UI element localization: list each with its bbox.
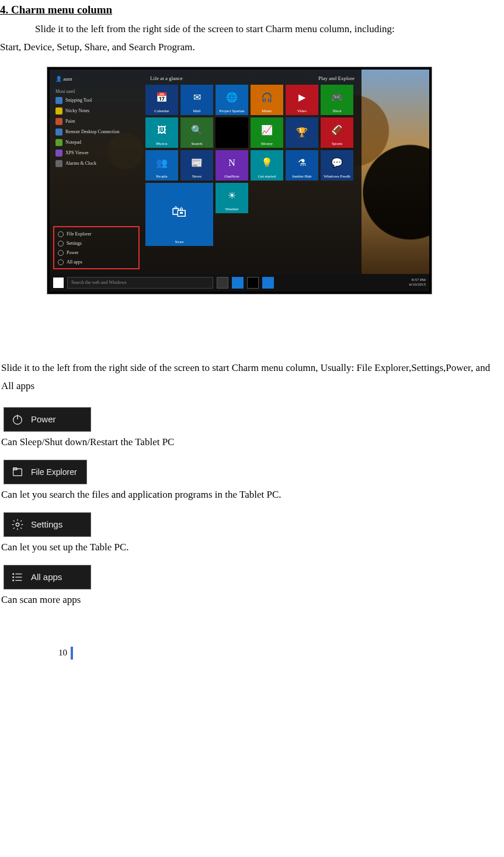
gear-icon <box>11 518 24 531</box>
left-item-label: Sticky Notes <box>65 108 89 113</box>
svg-point-4 <box>16 523 19 526</box>
taskbar-clock: 8:57 PM 6/10/2015 <box>409 278 426 287</box>
left-item-label: Snipping Tool <box>65 98 92 103</box>
tile-group-2: Play and Explore <box>318 75 354 81</box>
tile[interactable]: NOneNote <box>215 150 248 181</box>
tile[interactable]: 🎧Music <box>251 85 283 115</box>
tile-label: Video <box>297 109 307 113</box>
tile-label: Sports <box>332 141 342 146</box>
left-item[interactable]: Paint <box>53 116 140 127</box>
bottom-label: All apps <box>67 259 82 265</box>
tile[interactable]: 👥People <box>145 150 178 181</box>
tile-label: OneNote <box>224 174 239 179</box>
intro-line-2: Start, Device, Setup, Share, and Search … <box>0 39 504 56</box>
bottom-label: Settings <box>67 241 82 246</box>
tile-label: Music <box>262 109 272 113</box>
power-description: Can Sleep/Shut down/Restart the Tablet P… <box>0 434 504 448</box>
taskbar-search[interactable]: Search the web and Windows <box>67 277 213 289</box>
tile[interactable]: ✉Mail <box>180 85 213 115</box>
tile[interactable]: ▶Video <box>286 85 318 115</box>
start-file-explorer[interactable]: File Explorer <box>55 230 137 239</box>
all-apps-label: All apps <box>31 572 62 582</box>
taskbar-app-icon[interactable] <box>262 277 274 289</box>
all-apps-chip[interactable]: All apps <box>4 565 91 589</box>
left-item[interactable]: Alarms & Clock <box>53 158 140 169</box>
tile-label: Windows Feedb <box>324 174 350 179</box>
tile[interactable]: 📰News <box>180 150 213 181</box>
left-item-label: Paint <box>65 119 75 124</box>
start-settings[interactable]: Settings <box>55 239 137 248</box>
tile[interactable]: 🔍Search <box>180 117 213 148</box>
tile-label: Money <box>261 141 273 146</box>
all-apps-description: Can scan more apps <box>0 592 504 606</box>
tile-label: Xbox <box>332 109 342 113</box>
tile-label: Photos <box>156 141 167 146</box>
screenshot-figure: 👤 aum Most used Snipping Tool Sticky Not… <box>0 56 504 294</box>
page-footer: 10 <box>0 606 504 660</box>
left-item[interactable]: Sticky Notes <box>53 106 140 116</box>
task-view-icon[interactable] <box>217 277 228 289</box>
tile[interactable]: 📈Money <box>251 117 283 148</box>
start-menu-screenshot: 👤 aum Most used Snipping Tool Sticky Not… <box>47 67 432 294</box>
svg-point-9 <box>13 577 14 578</box>
bottom-label: Power <box>67 250 78 255</box>
tile-label: Search <box>191 141 202 146</box>
folder-icon <box>11 466 24 478</box>
tile[interactable]: 🖼Photos <box>145 117 178 148</box>
paragraph-usually: Slide it to the left from the right side… <box>0 359 504 395</box>
power-chip[interactable]: Power <box>4 407 91 432</box>
tile[interactable]: ⚗Insider Hub <box>286 150 318 181</box>
start-left-column: 👤 aum Most used Snipping Tool Sticky Not… <box>50 70 143 274</box>
taskbar: Search the web and Windows 8:57 PM 6/10/… <box>50 274 429 292</box>
tile[interactable]: ☀Weather <box>215 183 248 213</box>
left-item[interactable]: Snipping Tool <box>53 95 140 106</box>
section-heading: 4. Charm menu column <box>0 0 504 19</box>
left-item-label: Alarms & Clock <box>65 161 96 166</box>
footer-bar <box>71 647 73 660</box>
list-icon <box>11 571 24 584</box>
file-explorer-chip[interactable]: File Explorer <box>4 460 87 484</box>
start-user-name: aum <box>63 76 72 82</box>
page-number: 10 <box>58 648 67 658</box>
tile-label: People <box>156 174 167 179</box>
tile[interactable]: 💡Get started <box>251 150 283 181</box>
file-explorer-description: Can let you search the files and applica… <box>0 487 504 501</box>
left-item-label: Remote Desktop Connection <box>65 129 119 134</box>
file-explorer-label: File Explorer <box>31 467 77 477</box>
start-user: 👤 aum <box>53 74 140 85</box>
start-power[interactable]: Power <box>55 248 137 258</box>
taskbar-app-icon[interactable] <box>232 277 244 289</box>
left-item[interactable]: XPS Viewer <box>53 148 140 158</box>
tile[interactable]: 🌐Project Spartan <box>215 85 248 115</box>
left-item-label: XPS Viewer <box>65 150 89 155</box>
tile-label: Mail <box>193 109 200 113</box>
tile-label: Store <box>175 240 184 244</box>
start-panel: 👤 aum Most used Snipping Tool Sticky Not… <box>50 70 362 274</box>
tile[interactable]: 🛍Store <box>145 183 213 246</box>
left-item[interactable]: Remote Desktop Connection <box>53 127 140 137</box>
most-used-header: Most used <box>53 85 140 95</box>
tile[interactable]: 🏈Sports <box>321 117 353 148</box>
tile[interactable]: 📅Calendar <box>145 85 178 115</box>
start-tiles: Life at a glance Play and Explore 📅Calen… <box>143 70 362 274</box>
tile-label: News <box>192 174 201 179</box>
tile-label: Get started <box>258 174 276 179</box>
start-button[interactable] <box>53 277 64 288</box>
tile-label: Insider Hub <box>292 174 311 179</box>
tile[interactable]: 💬Windows Feedb <box>321 150 353 181</box>
tile[interactable]: 🎮Xbox <box>321 85 353 115</box>
svg-point-8 <box>13 573 14 574</box>
left-item[interactable]: Notepad <box>53 137 140 148</box>
settings-description: Can let you set up the Table PC. <box>0 539 504 553</box>
tile-label: Weather <box>225 207 238 211</box>
tile[interactable] <box>215 117 248 148</box>
settings-label: Settings <box>31 519 62 529</box>
settings-chip[interactable]: Settings <box>4 512 91 537</box>
left-item-label: Notepad <box>65 140 81 145</box>
taskbar-app-icon[interactable] <box>247 277 259 289</box>
tile[interactable]: 🏆 <box>286 117 318 148</box>
taskbar-search-placeholder: Search the web and Windows <box>71 280 127 285</box>
bottom-label: File Explorer <box>67 231 91 237</box>
power-icon <box>11 413 24 426</box>
start-all-apps[interactable]: All apps <box>55 258 137 267</box>
